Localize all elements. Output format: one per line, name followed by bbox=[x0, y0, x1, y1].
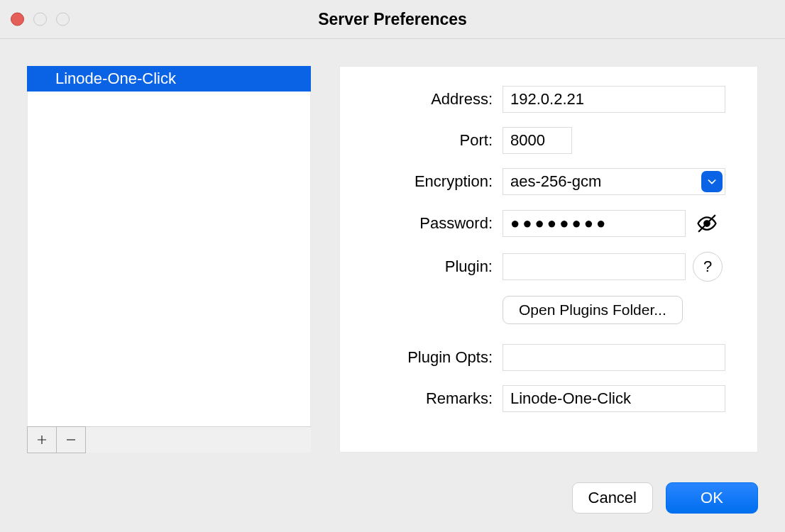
cancel-button[interactable]: Cancel bbox=[572, 482, 653, 514]
port-label: Port: bbox=[359, 131, 503, 150]
server-list-footer bbox=[27, 426, 311, 453]
password-label: Password: bbox=[359, 214, 503, 233]
plugin-opts-label: Plugin Opts: bbox=[359, 348, 503, 367]
server-list: Linode-One-Click bbox=[27, 66, 311, 453]
window-maximize-button[interactable] bbox=[56, 13, 70, 26]
remarks-input[interactable] bbox=[503, 385, 725, 412]
plus-icon bbox=[35, 433, 48, 446]
plugin-help-button[interactable]: ? bbox=[693, 252, 723, 282]
server-list-item[interactable]: Linode-One-Click bbox=[27, 66, 311, 92]
add-server-button[interactable] bbox=[27, 426, 57, 453]
address-label: Address: bbox=[359, 90, 503, 109]
window-titlebar: Server Preferences bbox=[0, 0, 785, 39]
minus-icon bbox=[65, 433, 77, 446]
window-title: Server Preferences bbox=[318, 10, 467, 29]
window-close-button[interactable] bbox=[11, 13, 24, 26]
encryption-dropdown-button[interactable] bbox=[701, 171, 723, 192]
ok-button[interactable]: OK bbox=[666, 482, 758, 514]
plugin-opts-input[interactable] bbox=[503, 344, 725, 371]
toggle-password-visibility-button[interactable] bbox=[693, 209, 721, 238]
open-plugins-folder-button[interactable]: Open Plugins Folder... bbox=[503, 296, 683, 324]
dialog-button-bar: Cancel OK bbox=[572, 482, 758, 514]
port-input[interactable] bbox=[503, 127, 572, 154]
encryption-label: Encryption: bbox=[359, 172, 503, 191]
encryption-select[interactable] bbox=[503, 168, 725, 195]
remarks-label: Remarks: bbox=[359, 389, 503, 408]
plugin-label: Plugin: bbox=[359, 257, 503, 276]
chevron-down-icon bbox=[706, 176, 718, 187]
plugin-input[interactable] bbox=[503, 253, 686, 280]
remove-server-button[interactable] bbox=[56, 426, 86, 453]
eye-off-icon bbox=[696, 213, 718, 234]
address-input[interactable] bbox=[503, 86, 725, 113]
password-input[interactable] bbox=[503, 210, 686, 237]
window-minimize-button[interactable] bbox=[33, 13, 47, 26]
server-settings-form: Address: Port: Encryption: bbox=[339, 66, 758, 453]
